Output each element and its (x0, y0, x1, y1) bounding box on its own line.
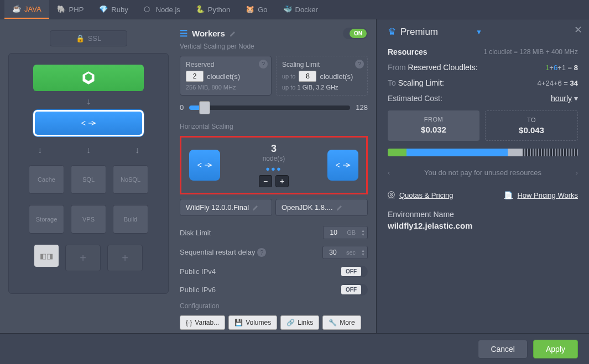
arrow-down-icon: ↓ (15, 97, 161, 107)
edit-icon (336, 204, 343, 211)
add-block-2[interactable]: + (107, 245, 143, 271)
env-name: wildfly12.jelastic.com (388, 221, 578, 230)
cache-block[interactable]: Cache (29, 165, 64, 194)
quotas-link[interactable]: ⓢQuotas & Pricing (388, 190, 454, 200)
reserved-box: ? Reserved cloudlet(s) 256 MiB, 800 MHz (180, 56, 272, 96)
nosql-block[interactable]: NoSQL (113, 165, 148, 194)
scaling-limit-box: ? Scaling Limit up tocloudlet(s) up to 1… (276, 56, 368, 96)
disk-icon: 💾 (234, 319, 243, 326)
document-icon: 📄 (504, 191, 513, 199)
nodejs-icon: ⬡ (144, 5, 153, 14)
load-balancer-block[interactable] (33, 65, 144, 91)
restart-delay-input[interactable]: sec▲▼ (322, 246, 368, 259)
configuration-label: Configuration (180, 302, 368, 310)
help-icon[interactable]: ? (259, 60, 268, 68)
horizontal-scaling-label: Horizontal Scaling (180, 123, 368, 130)
tab-python[interactable]: 🐍Python (188, 0, 238, 19)
topology-panel: ↓ ↓ ↓ ↓ Cache SQL NoSQL Storage VPS Buil… (8, 53, 169, 294)
menu-icon: ☰ (180, 28, 187, 39)
tab-php[interactable]: 🐘PHP (49, 0, 92, 19)
php-icon: 🐘 (57, 5, 66, 14)
apply-button[interactable]: Apply (533, 340, 578, 358)
ipv4-label: Public IPv4 (180, 267, 216, 276)
section-title: Workers (192, 29, 225, 38)
premium-title: Premium (400, 27, 438, 38)
ipv4-toggle[interactable]: OFF (340, 266, 368, 277)
premium-dropdown[interactable]: ▼ (476, 28, 482, 36)
tab-java[interactable]: ☕JAVA (4, 0, 49, 19)
variables-button[interactable]: {·}Variab... (180, 315, 225, 330)
arrow-down-icon: ↓ (135, 145, 139, 155)
slider-max: 128 (356, 103, 368, 112)
edit-icon (252, 204, 259, 211)
help-icon[interactable]: ? (257, 248, 266, 257)
ipv6-label: Public IPv6 (180, 286, 216, 294)
node-count: 3 (259, 143, 289, 155)
estimated-cost-label: Estimated Cost: (388, 94, 442, 103)
app-server-block[interactable] (33, 110, 144, 136)
period-dropdown[interactable]: hourly ▾ (551, 94, 578, 103)
braces-icon: {·} (186, 319, 192, 326)
wrench-icon: 🔧 (329, 319, 337, 326)
chevron-right-icon[interactable]: › (576, 168, 578, 177)
disk-limit-input[interactable]: GB▲▼ (323, 226, 368, 239)
dollar-icon: ⓢ (388, 190, 395, 200)
scaling-input[interactable] (299, 71, 316, 82)
jdk-version-button[interactable]: OpenJDK 1.8.... (275, 199, 368, 216)
wildfly-icon (81, 119, 96, 127)
cloudlet-equation: 1 cloudlet = 128 MiB + 400 MHz (483, 48, 578, 56)
lock-icon: 🔒 (76, 34, 85, 43)
tab-nodejs[interactable]: ⬡Node.js (136, 0, 188, 19)
more-button[interactable]: 🔧More (322, 315, 361, 330)
arrow-down-icon: ↓ (86, 145, 91, 155)
ipv6-toggle[interactable]: OFF (340, 284, 368, 296)
build-block[interactable]: Build (113, 205, 148, 234)
node-dots: ●●● (259, 165, 289, 173)
hs-node-right[interactable] (327, 150, 358, 181)
links-button[interactable]: 🔗Links (280, 315, 319, 330)
volumes-button[interactable]: 💾Volumes (228, 315, 277, 330)
add-block-1[interactable]: + (65, 245, 101, 271)
go-icon: 🐹 (246, 5, 254, 14)
vps-block[interactable]: VPS (71, 205, 106, 234)
docker-icon: 🐳 (283, 5, 292, 14)
disk-limit-label: Disk Limit (180, 229, 211, 237)
sql-block[interactable]: SQL (71, 165, 106, 194)
tab-go[interactable]: 🐹Go (238, 0, 275, 19)
cancel-button[interactable]: Cancel (478, 340, 528, 358)
extra-block[interactable]: ◧◨ (34, 245, 59, 267)
workers-toggle[interactable]: ON (343, 28, 368, 39)
cost-bar (388, 149, 578, 156)
help-icon[interactable]: ? (355, 60, 364, 68)
increase-nodes-button[interactable]: + (275, 175, 289, 187)
java-icon: ☕ (12, 4, 21, 13)
slider-min: 0 (180, 103, 184, 112)
apps-icon: ◧◨ (40, 252, 53, 260)
chevron-left-icon[interactable]: ‹ (388, 168, 390, 177)
storage-block[interactable]: Storage (29, 205, 64, 234)
close-icon[interactable]: ✕ (574, 24, 582, 36)
hs-node-left[interactable] (189, 150, 220, 181)
spinner-icon[interactable]: ▲▼ (359, 229, 367, 236)
spinner-icon[interactable]: ▲▼ (359, 249, 367, 256)
resources-label: Resources (388, 48, 428, 56)
slider-handle[interactable] (199, 101, 210, 114)
decrease-nodes-button[interactable]: − (259, 175, 272, 187)
vertical-scaling-label: Vertical Scaling per Node (180, 43, 368, 50)
ssl-button[interactable]: 🔒SSL (50, 30, 127, 46)
arrow-down-icon: ↓ (38, 145, 42, 155)
how-pricing-link[interactable]: 📄How Pricing Works (504, 190, 578, 200)
tab-ruby[interactable]: 💎Ruby (91, 0, 135, 19)
info-text: You do not pay for unused resources (424, 168, 541, 177)
env-name-label: Environment Name (388, 210, 578, 219)
link-icon: 🔗 (286, 319, 295, 326)
ruby-icon: 💎 (99, 5, 108, 14)
tab-docker[interactable]: 🐳Docker (275, 0, 326, 19)
cost-from-box: FROM $0.032 (388, 110, 479, 141)
cloudlet-slider[interactable] (189, 105, 350, 110)
reserved-input[interactable] (186, 71, 204, 82)
wildfly-version-button[interactable]: WildFly 12.0.0.Final (180, 199, 272, 216)
to-calc: 4+24+6 = 34 (538, 79, 578, 87)
python-icon: 🐍 (196, 5, 205, 14)
edit-icon[interactable] (230, 30, 236, 37)
